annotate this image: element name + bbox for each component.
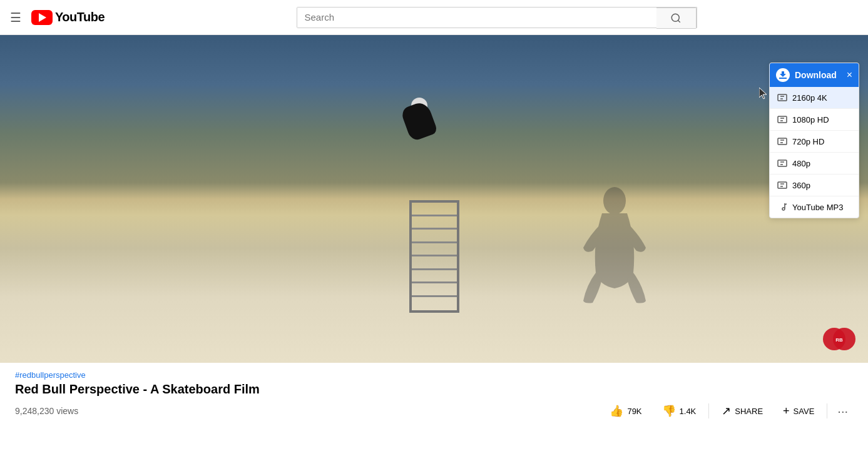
share-button[interactable]: ↗ SHARE [714,400,770,422]
share-label: SHARE [735,407,763,416]
quality-item-360p[interactable]: 360p [770,175,859,196]
skater-body [400,100,438,142]
ramp-structure [409,200,459,313]
save-button[interactable]: + SAVE [775,401,822,422]
youtube-logo[interactable]: YouTube [31,10,105,25]
hamburger-icon[interactable]: ☰ [10,10,21,25]
quality-label-mp3: YouTube MP3 [792,203,843,212]
search-input[interactable] [297,8,657,28]
redbull-watermark: RB [822,327,857,352]
download-arrow-icon [779,71,787,79]
quality-label-480p: 480p [792,159,810,168]
quality-item-2160p[interactable]: 2160p 4K [770,87,859,109]
action-buttons: 👍 79K 👎 1.4K ↗ SHARE + SAVE [602,400,853,422]
close-button[interactable]: × [847,70,852,80]
search-button[interactable] [656,8,697,29]
quality-item-720p[interactable]: 720p HD [770,131,859,153]
header-search-area [135,7,858,28]
save-icon: + [783,405,790,418]
search-icon [670,13,682,24]
quality-label-1080p: 1080p HD [792,115,829,124]
header-left: ☰ YouTube [10,10,135,25]
quality-label-720p: 720p HD [792,137,824,146]
svg-rect-11 [778,182,787,188]
svg-rect-6 [779,78,787,79]
svg-line-1 [678,20,680,22]
youtube-brand-text: YouTube [55,10,105,24]
header: ☰ YouTube [0,0,868,35]
ellipsis-icon: ··· [837,404,848,418]
separator-1 [708,403,709,418]
like-button[interactable]: 👍 79K [602,400,649,422]
svg-rect-7 [778,94,787,101]
search-bar [297,7,697,28]
shadow-figure [580,185,649,313]
quality-item-mp3[interactable]: YouTube MP3 [770,196,859,218]
svg-point-12 [782,208,785,210]
dislike-button[interactable]: 👎 1.4K [655,400,704,422]
download-dropdown: Download × 2160p 4K [769,63,859,218]
video-quality-icon-480p [777,158,787,168]
quality-item-480p[interactable]: 480p [770,153,859,175]
separator-2 [827,403,827,418]
video-quality-icon-2160p [777,93,787,103]
video-quality-icon-720p [777,136,787,146]
video-quality-icon-1080p [777,114,787,124]
like-count: 79K [627,407,641,416]
svg-point-0 [671,14,679,21]
download-header: Download × [770,63,859,87]
more-options-button[interactable]: ··· [832,402,853,421]
video-quality-icon-360p [777,180,787,190]
quality-label-2160p: 2160p 4K [792,93,827,103]
download-circle-icon [776,68,790,82]
svg-text:RB: RB [835,337,843,343]
svg-rect-9 [778,138,787,144]
download-header-left: Download [776,68,837,82]
thumbs-down-icon: 👎 [662,404,676,418]
quality-label-360p: 360p [792,181,810,190]
save-label: SAVE [794,407,815,416]
video-background: RB [0,35,868,363]
video-meta-row: 9,248,230 views 👍 79K 👎 1.4K ↗ SHARE [0,400,868,422]
dislike-count: 1.4K [680,407,697,416]
hashtag[interactable]: #redbullperspective [0,370,868,380]
download-title: Download [795,70,837,80]
video-title: Red Bull Perspective - A Skateboard Film [0,382,868,397]
share-icon: ↗ [722,404,731,418]
video-info: #redbullperspective Red Bull Perspective… [0,363,868,422]
thumbs-up-icon: 👍 [610,404,623,418]
quality-list: 2160p 4K 1080p HD [770,87,859,218]
video-container[interactable]: RB Download × [0,35,868,363]
svg-rect-8 [778,116,787,123]
view-count: 9,248,230 views [15,406,78,416]
svg-point-2 [603,187,626,215]
youtube-play-icon [31,10,53,25]
quality-item-1080p[interactable]: 1080p HD [770,109,859,131]
skateboarder [392,98,442,154]
music-icon [777,202,787,212]
svg-rect-10 [778,160,787,166]
main-content: RB Download × [0,35,868,422]
